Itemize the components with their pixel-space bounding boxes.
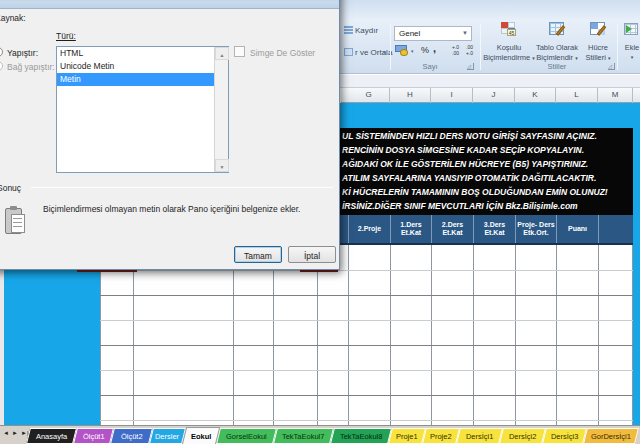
excel-window: Kaydır r ve Ortala ▾ Genel ▼ ▾ % , +.0 .…: [0, 0, 640, 444]
merge-center-button[interactable]: r ve Ortala: [355, 48, 392, 57]
grid-line: [598, 245, 599, 425]
group-separator: [390, 24, 391, 70]
cyan-left-column[interactable]: [4, 245, 100, 425]
column-header-g[interactable]: G: [348, 88, 390, 103]
sheet-tab-dersici2[interactable]: Dersİçi2: [499, 428, 546, 444]
notice-line-2: RENCİNİN DOSYA SİMGESİNE KADAR SEÇİP KOP…: [342, 145, 584, 159]
ok-button[interactable]: Tamam: [234, 246, 282, 263]
column-header-i[interactable]: I: [431, 88, 473, 103]
tab-nav-next-icon[interactable]: ►: [12, 430, 18, 436]
paste-radio[interactable]: [0, 47, 3, 57]
sheet-tab-gordersici1[interactable]: GorDersİçi1: [583, 428, 639, 444]
dropdown-arrow-icon: ▾: [575, 55, 578, 61]
grid-line: [233, 245, 234, 425]
notice-line-5: Kİ HÜCRELERİN TAMAMININ BOŞ OLDUĞUNDAN E…: [342, 187, 608, 201]
number-group-label: Sayı: [395, 62, 465, 71]
format-listbox[interactable]: HTML Unicode Metin Metin ▲ ▼: [56, 46, 229, 173]
sheet-tab-bar: ◄ ► ►| Anasayfa Ölçüt1 Ölçüt2 Dersler Eo…: [0, 425, 640, 444]
source-label: Kaynak:: [0, 13, 26, 23]
paste-link-radio[interactable]: [0, 61, 3, 71]
column-header-l[interactable]: L: [556, 88, 598, 103]
paste-radio-label[interactable]: Yapıştır:: [7, 48, 38, 58]
cell-styles-icon: [590, 22, 605, 35]
sheet-tab-proje2[interactable]: Proje2: [422, 428, 460, 444]
merge-dropdown-icon[interactable]: ▾: [383, 49, 386, 55]
grid-line: [100, 320, 633, 321]
sheet-tab-olcut2[interactable]: Ölçüt2: [110, 428, 153, 444]
merge-center-icon: [344, 48, 353, 56]
notice-line-3: AĞIDAKİ OK İLE GÖSTERİLEN HÜCREYE (B5) Y…: [342, 159, 588, 173]
insert-button[interactable]: Ekle ▾: [618, 43, 640, 62]
column-header-k[interactable]: K: [515, 88, 556, 103]
grid-line: [100, 420, 633, 421]
sheet-tab-dersler[interactable]: Dersler: [149, 428, 186, 444]
format-option-html[interactable]: HTML: [57, 47, 228, 60]
scroll-down-icon[interactable]: ▼: [215, 159, 229, 172]
sheet-tab-tektaeokul8[interactable]: TekTaEokul8: [330, 428, 392, 444]
tab-nav-first-icon[interactable]: ◄: [3, 430, 9, 436]
table-header-cell[interactable]: 2.Proje: [348, 215, 390, 243]
grid-line: [100, 395, 633, 396]
table-header-cell[interactable]: 3.Ders Et.Kat: [473, 215, 515, 243]
currency-dropdown-icon[interactable]: ▾: [411, 48, 414, 54]
percent-style-button[interactable]: %: [421, 45, 429, 55]
result-description: Biçimlendirmesi olmayan metin olarak Pan…: [43, 204, 300, 214]
sheet-tab-dersici1[interactable]: Dersİçi1: [456, 428, 503, 444]
dialog-titlebar[interactable]: [0, 0, 339, 9]
format-as-table-button[interactable]: Tablo Olarak Biçimlendir ▾: [528, 43, 586, 63]
sheet-tab-gorseleokul[interactable]: GorselEokul: [216, 428, 277, 444]
notice-line-6: İRSİNİZ.DİĞER SINIF MEVCUTLARI İÇİN Bkz.…: [342, 201, 578, 215]
table-header-cell[interactable]: Puanı: [556, 215, 598, 243]
number-format-value: Genel: [399, 29, 420, 38]
cancel-button[interactable]: İptal: [288, 246, 336, 263]
sheet-tab-proje1[interactable]: Proje1: [388, 428, 426, 444]
wrap-text-icon: [344, 26, 353, 34]
grid-line: [273, 245, 274, 425]
styles-group-label: Stiller: [520, 62, 594, 71]
grid-line: [473, 245, 474, 425]
paste-special-dialog: Kaynak: Türü: Yapıştır: Bağ yapıştır: HT…: [0, 0, 340, 270]
column-header-j[interactable]: J: [473, 88, 515, 103]
sheet-tab-dersici3[interactable]: Dersİçi3: [542, 428, 587, 444]
decrease-decimal-button[interactable]: .00 +.0: [466, 45, 473, 56]
sheet-tab-tektaeokul7[interactable]: TekTaEokul7: [273, 428, 334, 444]
table-header-cell[interactable]: [598, 215, 633, 243]
grid-line: [100, 245, 101, 425]
format-option-unicode[interactable]: Unicode Metin: [57, 60, 228, 73]
grid-line: [317, 245, 318, 425]
column-header-h[interactable]: H: [390, 88, 431, 103]
grid-line: [133, 245, 134, 425]
increase-decimal-button[interactable]: +.0 .00: [452, 45, 459, 56]
display-as-icon-checkbox[interactable]: [234, 46, 245, 57]
format-option-metin-selected[interactable]: Metin: [57, 73, 228, 86]
notice-line-4: ATILIM SAYFALARINA YANSIYIP OTOMATİK DAĞ…: [342, 173, 596, 187]
grid-line: [515, 245, 516, 425]
conditional-formatting-icon: 45: [501, 22, 516, 36]
sheet-tab-anasayfa[interactable]: Anasayfa: [26, 428, 77, 444]
currency-style-icon[interactable]: [395, 45, 409, 56]
wrap-text-button[interactable]: Kaydır: [355, 26, 378, 35]
number-dialog-launcher[interactable]: ◿: [467, 63, 474, 70]
table-header-cell[interactable]: 2.Ders Et.Kat: [431, 215, 473, 243]
grid-line: [431, 245, 432, 425]
grid-line: [100, 345, 633, 346]
display-as-icon-label: Simge De Göster: [250, 48, 315, 58]
column-header-m[interactable]: M: [598, 88, 633, 103]
grid-line: [100, 370, 633, 371]
grid-line: [100, 295, 633, 296]
sheet-tab-olcut1[interactable]: Ölçüt1: [73, 428, 114, 444]
sheet-tab-eokul[interactable]: Eokul: [182, 427, 220, 444]
scroll-up-icon[interactable]: ▲: [215, 47, 229, 60]
paste-link-radio-label: Bağ yapıştır:: [7, 62, 55, 72]
grid-line: [556, 245, 557, 425]
number-format-combo[interactable]: Genel ▼: [394, 26, 472, 41]
listbox-scrollbar[interactable]: ▲ ▼: [214, 47, 228, 172]
cell-styles-button[interactable]: Hücre Stilleri ▾: [583, 43, 613, 63]
table-header-cell[interactable]: Proje- Ders Etk.Ort.: [515, 215, 556, 243]
table-header-cell[interactable]: 1.Ders Et.Kat: [390, 215, 431, 243]
insert-cells-icon: [624, 23, 638, 35]
comma-style-button[interactable]: ,: [433, 42, 436, 54]
grid-line: [390, 245, 391, 425]
styles-dialog-launcher[interactable]: ◿: [608, 63, 615, 70]
notice-line-1: UL SİSTEMİNDEN HIZLI DERS NOTU GİRİŞİ SA…: [342, 131, 597, 145]
